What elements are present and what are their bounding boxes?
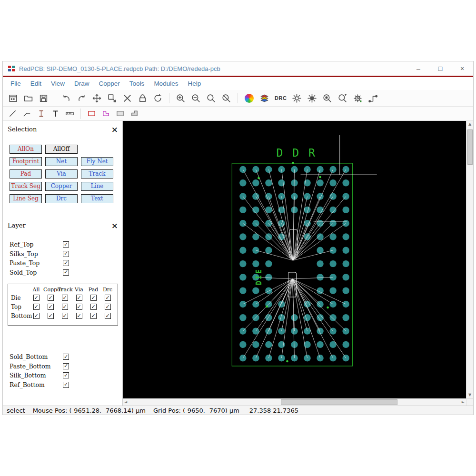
pad[interactable] [265,179,272,186]
pad[interactable] [239,247,246,254]
pad[interactable] [265,233,272,240]
matrix-checkbox[interactable] [76,295,82,301]
zoom-in-icon[interactable] [174,92,187,105]
horizontal-scrollbar[interactable]: ◄ ► [123,398,466,406]
pcb-canvas[interactable]: D D R DIE [123,121,466,398]
button-flynet[interactable]: Fly Net [81,157,113,166]
button-net[interactable]: Net [45,157,78,166]
pad[interactable] [329,233,336,240]
pad[interactable] [342,355,349,361]
redo-icon[interactable] [75,92,88,105]
button-pad[interactable]: Pad [10,169,42,178]
matrix-checkbox[interactable] [76,304,82,310]
pad[interactable] [252,355,259,361]
matrix-checkbox[interactable] [48,304,54,310]
pad[interactable] [329,179,336,186]
delete-icon[interactable] [121,92,134,105]
pad[interactable] [239,288,246,294]
pad[interactable] [278,341,285,348]
pad[interactable] [265,314,272,321]
matrix-checkbox[interactable] [90,295,97,301]
pad[interactable] [342,193,349,199]
button-via[interactable]: Via [45,169,78,178]
maximize-button[interactable]: □ [429,61,451,76]
zoom-net-icon[interactable] [336,92,349,105]
matrix-checkbox[interactable] [48,313,54,319]
checkbox-silks-top[interactable] [63,251,69,257]
scroll-down-icon[interactable]: ▼ [468,392,471,398]
pad[interactable] [265,247,272,254]
matrix-checkbox[interactable] [90,313,97,319]
checkbox-sold-bottom[interactable] [63,354,69,360]
menu-item-modules[interactable]: Modules [149,79,183,88]
pad[interactable] [239,233,246,240]
matrix-checkbox[interactable] [90,304,97,310]
pad[interactable] [239,260,246,267]
brightness-icon[interactable] [290,92,303,105]
button-drc[interactable]: Drc [45,194,78,203]
fly-line[interactable] [293,169,333,260]
fly-line[interactable] [293,197,333,260]
pad[interactable] [252,288,259,294]
matrix-checkbox[interactable] [76,313,82,319]
fly-line[interactable] [243,279,292,304]
settings-icon[interactable] [351,92,364,105]
pad[interactable] [329,260,336,267]
menu-item-draw[interactable]: Draw [69,79,94,88]
fly-line[interactable] [268,197,293,260]
matrix-checkbox[interactable] [105,295,111,301]
menu-item-edit[interactable]: Edit [26,79,46,88]
pad[interactable] [252,247,259,254]
pad[interactable] [239,341,246,348]
dimension-tool-icon[interactable] [35,108,47,119]
pad[interactable] [265,288,272,294]
pad[interactable] [342,301,349,307]
rotate-icon[interactable] [151,92,164,105]
selection-panel-close-icon[interactable]: × [111,126,118,133]
route-icon[interactable] [367,92,379,105]
pad[interactable] [291,207,298,213]
pad[interactable] [252,193,259,199]
matrix-checkbox[interactable] [105,304,111,310]
scroll-up-icon[interactable]: ▲ [468,121,471,128]
pad[interactable] [317,260,323,267]
pad[interactable] [252,179,259,186]
button-allon[interactable]: AllOn [10,145,42,154]
matrix-checkbox[interactable] [62,304,68,310]
button-line[interactable]: Line [81,182,113,191]
open-folder-icon[interactable] [22,92,35,105]
filled-polygon-tool-icon[interactable] [129,108,140,119]
pad[interactable] [342,314,349,321]
pad[interactable] [342,207,349,213]
fly-line[interactable] [292,279,346,304]
pad[interactable] [239,274,246,280]
filled-rect-tool-icon[interactable] [114,108,126,119]
layer-panel-close-icon[interactable]: × [111,222,118,229]
checkbox-paste-top[interactable] [63,260,69,266]
zoom-out-icon[interactable] [189,92,202,105]
menu-item-copper[interactable]: Copper [94,79,125,88]
ruler-tool-icon[interactable] [64,108,76,119]
pad[interactable] [252,233,259,240]
pad[interactable] [291,341,298,348]
checkbox-silk-bottom[interactable] [63,372,69,378]
pad[interactable] [265,260,272,267]
lock-icon[interactable] [136,92,149,105]
undo-icon[interactable] [60,92,73,105]
zoom-highlight-icon[interactable] [321,92,334,105]
pad[interactable] [342,166,349,173]
matrix-checkbox[interactable] [62,313,68,319]
button-text[interactable]: Text [81,194,113,203]
button-track[interactable]: Track [81,169,113,178]
move-icon[interactable] [90,92,103,105]
fly-line[interactable] [292,279,333,358]
polyline-tool-icon[interactable] [21,108,33,119]
pad[interactable] [342,288,349,294]
minimize-button[interactable]: – [407,61,429,76]
pad[interactable] [317,233,323,240]
zoom-off-icon[interactable] [220,92,233,105]
pad[interactable] [252,260,259,267]
close-button[interactable]: × [451,61,473,76]
menu-item-file[interactable]: File [6,79,26,88]
text-tool-icon[interactable] [50,108,61,119]
